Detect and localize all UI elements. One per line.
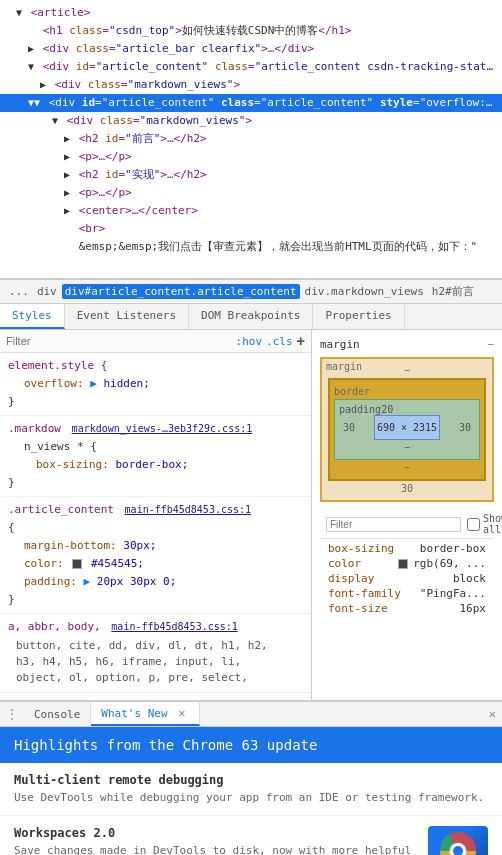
filter-input[interactable] <box>6 335 236 347</box>
computed-item-display[interactable]: display block <box>320 571 494 586</box>
box-model-minus[interactable]: − <box>487 338 494 351</box>
computed-item-fontfamily[interactable]: font-family "PingFa... <box>320 586 494 601</box>
triangle-article-bar[interactable] <box>28 43 34 54</box>
tag-article-bar: <div class="article_bar clearfix"> <box>43 42 268 55</box>
box-side-right: 30 <box>455 422 475 433</box>
css-rule-article-content: .article_content main-ffb45d8453.css:1 {… <box>0 497 311 614</box>
dom-line-selected[interactable]: ▼ <div id="article_content" class="artic… <box>0 94 502 112</box>
computed-prop-fontfamily: font-family <box>328 587 401 600</box>
bottom-tab-whats-new[interactable]: What's New ✕ <box>91 702 200 726</box>
tag-h2-front: <h2 id="前言"> <box>79 132 167 145</box>
bottom-left-dots[interactable]: ⋮ <box>0 703 24 725</box>
css-prop-color: color: #454545; <box>8 555 303 573</box>
box-side-left: 30 <box>339 422 359 433</box>
dom-line-article-content-outer[interactable]: <div id="article_content" class="article… <box>0 58 502 76</box>
whats-new-close-icon[interactable]: ✕ <box>174 706 189 720</box>
triangle-h2-impl[interactable] <box>64 169 70 180</box>
css-arrow-1[interactable]: ▶ <box>90 377 97 390</box>
whats-new-item-remote-debug: Multi-client remote debugging Use DevToo… <box>0 763 502 816</box>
triangle-markdown-1[interactable] <box>40 79 46 90</box>
dom-line-article[interactable]: <article> <box>0 4 502 22</box>
whats-new-item-text-2: Workspaces 2.0 Save changes made in DevT… <box>14 826 418 855</box>
styles-panel: :hov .cls + element.style { overflow: ▶ … <box>0 330 502 700</box>
computed-item-boxsizing[interactable]: box-sizing border-box <box>320 541 494 556</box>
css-selector-article-row: .article_content main-ffb45d8453.css:1 <box>8 501 303 519</box>
tag-markdown-2: <div class="markdown_views"> <box>67 114 252 127</box>
css-brace-1: } <box>8 393 303 411</box>
tab-styles[interactable]: Styles <box>0 304 65 329</box>
show-all-label[interactable]: Show all <box>467 513 502 535</box>
box-border: border padding20 30 690 × 2315 30 − − <box>328 378 486 481</box>
tag-markdown-1: <div class="markdown_views"> <box>55 78 240 91</box>
triangle-h2-front[interactable] <box>64 133 70 144</box>
dom-line-h2-impl[interactable]: <h2 id="实现">…</h2> <box>0 166 502 184</box>
dom-line-p2[interactable]: <p>…</p> <box>0 184 502 202</box>
css-selector-nviews: n_views * { <box>24 440 97 453</box>
triangle-markdown-2[interactable] <box>52 115 58 126</box>
css-rule-element-style: element.style { overflow: ▶ hidden; } <box>0 353 311 416</box>
css-source-markdown[interactable]: markdown_views-…3eb3f29c.css:1 <box>72 423 253 434</box>
breadcrumb-h2-front[interactable]: h2#前言 <box>429 283 477 300</box>
css-selector-markdown-row: .markdow markdown_views-…3eb3f29c.css:1 <box>8 420 303 438</box>
selected-content: <div id="article_content" class="article… <box>49 96 502 109</box>
css-selector-text-2: .markdow <box>8 422 61 435</box>
triangle-p1[interactable] <box>64 151 70 162</box>
box-model-label: margin <box>320 338 360 351</box>
filter-cls-button[interactable]: .cls <box>266 335 293 348</box>
whats-new-panel: Highlights from the Chrome 63 update Mul… <box>0 727 502 855</box>
css-arrow-2[interactable]: ▶ <box>84 575 91 588</box>
box-content: 690 × 2315 <box>374 415 440 440</box>
css-prop-text-3: margin-bottom: <box>24 539 117 552</box>
computed-item-color[interactable]: color rgb(69, ... <box>320 556 494 571</box>
box-side-row: 30 690 × 2315 30 <box>339 415 475 440</box>
show-all-text: Show all <box>483 513 502 535</box>
tag-br: <br> <box>79 222 106 235</box>
triangle-selected[interactable]: ▼ <box>28 97 40 108</box>
dom-line-center[interactable]: <center>…</center> <box>0 202 502 220</box>
css-source-article[interactable]: main-ffb45d8453.css:1 <box>125 504 251 515</box>
css-val-1: hidden; <box>103 377 149 390</box>
css-selector-text-1: element.style { <box>8 359 107 372</box>
dom-line-text-node[interactable]: ▶ &emsp;&emsp;我们点击【审查元素】，就会出现当前HTML页面的代码… <box>0 238 502 256</box>
computed-val-color: rgb(69, ... <box>398 557 486 570</box>
triangle-center[interactable] <box>64 205 70 216</box>
box-border-bottom: − <box>334 460 480 475</box>
dom-line-br[interactable]: ▶ <br> <box>0 220 502 238</box>
computed-item-fontsize[interactable]: font-size 16px <box>320 601 494 616</box>
tag-p2: <p> <box>79 186 99 199</box>
styles-tabs-row: Styles Event Listeners DOM Breakpoints P… <box>0 304 502 330</box>
breadcrumb-ellipsis[interactable]: ... <box>6 284 32 299</box>
filter-plus-button[interactable]: + <box>297 333 305 349</box>
breadcrumb-markdown[interactable]: div.markdown_views <box>302 284 427 299</box>
dom-line-markdown-views-2[interactable]: <div class="markdown_views"> <box>0 112 502 130</box>
css-prop-text-1: overflow: <box>24 377 84 390</box>
triangle-article[interactable] <box>16 7 22 18</box>
whats-new-img-2 <box>428 826 488 855</box>
dom-line-h2-front[interactable]: <h2 id="前言">…</h2> <box>0 130 502 148</box>
css-source-body[interactable]: main-ffb45d8453.css:1 <box>111 621 237 632</box>
dom-line-markdown-views-1[interactable]: <div class="markdown_views"> <box>0 76 502 94</box>
color-swatch-454545 <box>72 559 82 569</box>
css-rules-panel[interactable]: :hov .cls + element.style { overflow: ▶ … <box>0 330 312 700</box>
triangle-article-content[interactable] <box>28 61 34 72</box>
triangle-p2[interactable] <box>64 187 70 198</box>
css-val-2: border-box; <box>115 458 188 471</box>
box-padding: padding20 30 690 × 2315 30 − <box>334 399 480 460</box>
dom-line-h1[interactable]: ▶ <h1 class="csdn_top">如何快速转载CSDN中的博客</h… <box>0 22 502 40</box>
show-all-checkbox[interactable] <box>467 518 480 531</box>
box-margin-bottom: 30 <box>328 483 486 494</box>
dom-line-p1[interactable]: <p>…</p> <box>0 148 502 166</box>
tab-properties[interactable]: Properties <box>313 304 404 329</box>
tab-dom-breakpoints[interactable]: DOM Breakpoints <box>189 304 313 329</box>
computed-filter-input[interactable] <box>326 517 461 532</box>
breadcrumb-article-content[interactable]: div#article_content.article_content <box>62 284 300 299</box>
filter-hov-button[interactable]: :hov <box>236 335 263 348</box>
css-selector-body-row: a, abbr, body, main-ffb45d8453.css:1 <box>8 618 303 636</box>
bottom-right-close[interactable]: ✕ <box>483 703 502 725</box>
breadcrumb-div[interactable]: div <box>34 284 60 299</box>
dom-line-article-bar[interactable]: <div class="article_bar clearfix">…</div… <box>0 40 502 58</box>
tab-event-listeners[interactable]: Event Listeners <box>65 304 189 329</box>
dom-tree-scroll[interactable]: <article> ▶ <h1 class="csdn_top">如何快速转载C… <box>0 4 502 274</box>
h1-text: 如何快速转载CSDN中的博客 <box>182 24 319 37</box>
bottom-tab-console[interactable]: Console <box>24 704 91 725</box>
